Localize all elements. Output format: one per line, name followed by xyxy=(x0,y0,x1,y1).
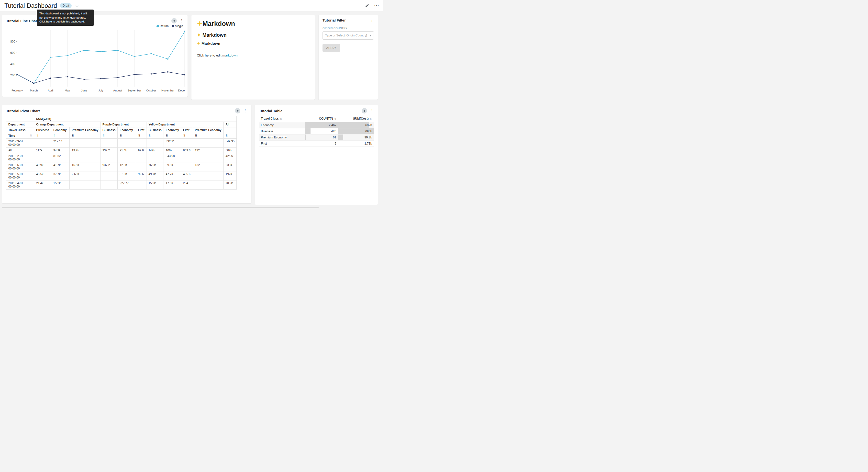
svg-text:September: September xyxy=(127,89,141,92)
pivot-cell: 92.6 xyxy=(136,171,147,180)
draft-badge[interactable]: Draft xyxy=(60,3,72,8)
kebab-menu-icon[interactable]: ⋮ xyxy=(370,109,374,113)
pivot-cell: 669.6 xyxy=(181,148,193,153)
sort-toggle-icon[interactable]: ⇅ xyxy=(30,134,32,137)
pivot-cell: 12.3k xyxy=(118,163,136,171)
legend-item[interactable]: Single xyxy=(172,25,183,28)
table-card-title: Tutorial Table xyxy=(259,109,282,113)
svg-text:200: 200 xyxy=(10,73,15,77)
table-head-row: Travel Class⇅COUNT(*)⇅SUM(Cost)⇅ xyxy=(259,115,374,122)
table-cell-sum: 1.71k xyxy=(338,141,374,147)
markdown-heading-2-text: Markdown xyxy=(203,32,227,38)
sort-active-icon[interactable]: ⇅ xyxy=(223,133,237,139)
pivot-cell xyxy=(193,139,223,148)
sort-icon[interactable]: ⇅ xyxy=(370,117,372,120)
filter-scope-icon[interactable] xyxy=(362,108,367,114)
table-row[interactable]: Premium Economy6199.8k xyxy=(259,135,374,141)
publish-tooltip[interactable]: This dashboard is not published, it will… xyxy=(37,9,94,26)
pivot-cell xyxy=(118,139,136,148)
pivot-cell xyxy=(193,180,223,189)
sort-toggle-icon[interactable]: ⇅ xyxy=(70,133,100,139)
markdown-paragraph-text: Click here to edit xyxy=(197,54,222,57)
pivot-blank-header xyxy=(223,127,237,133)
pivot-row: 2011-04-01 00:00:0021.4k15.2k927.7715.9k… xyxy=(6,180,237,189)
pivot-class-col-header: Economy xyxy=(51,127,70,133)
pivot-cell: 16.5k xyxy=(70,163,100,171)
svg-text:August: August xyxy=(113,89,122,92)
pivot-cell: 142k xyxy=(147,148,163,153)
sort-toggle-icon[interactable]: ⇅ xyxy=(34,133,51,139)
legend-label: Single xyxy=(175,25,183,28)
sort-toggle-icon[interactable]: ⇅ xyxy=(100,133,118,139)
legend-dot-icon xyxy=(156,25,159,27)
pivot-cell xyxy=(100,139,118,148)
pivot-row: 2011-06-01 00:00:0049.9k41.7k16.5k937.21… xyxy=(6,163,237,171)
svg-text:March: March xyxy=(30,89,38,92)
table-row[interactable]: First91.71k xyxy=(259,141,374,147)
line-chart-card: Tutorial Line Chart ⋮ ReturnSingle 20040… xyxy=(2,15,188,97)
legend-item[interactable]: Return xyxy=(156,25,169,28)
pivot-cell: 106k xyxy=(163,148,181,153)
markdown-heading-2: ✦Markdown xyxy=(197,32,309,38)
table-col-header[interactable]: Travel Class⇅ xyxy=(259,115,305,122)
pivot-row-label: 2011-02-01 00:00:00 xyxy=(6,153,34,163)
pivot-corner-cell xyxy=(6,116,34,122)
pivot-travel-class-header: Travel Class xyxy=(6,127,34,133)
table-cell-count: 9 xyxy=(305,141,338,147)
pivot-cell: 343.98 xyxy=(163,153,181,163)
origin-country-select[interactable]: Type or Select [Origin Country] ▾ xyxy=(322,31,374,40)
pivot-group-header: Orange Department xyxy=(34,122,100,127)
sort-toggle-icon[interactable]: ⇅ xyxy=(181,133,193,139)
kebab-menu-icon[interactable]: ⋮ xyxy=(180,19,184,23)
sort-toggle-icon[interactable]: ⇅ xyxy=(118,133,136,139)
filter-scope-icon[interactable] xyxy=(172,18,177,24)
pivot-tbody: 2011-03-01 00:00:00217.14332.21549.35All… xyxy=(6,139,237,189)
table-tbody: Economy2.46k602kBusiness420696kPremium E… xyxy=(259,122,374,147)
sparkles-icon: ✦ xyxy=(197,20,203,27)
line-chart-title: Tutorial Line Chart xyxy=(6,19,38,23)
table-cell-travel-class: First xyxy=(259,141,305,147)
pivot-cell xyxy=(70,180,100,189)
sort-toggle-icon[interactable]: ⇅ xyxy=(147,133,163,139)
pivot-cell xyxy=(181,153,193,163)
pivot-row-label: 2011-06-01 00:00:00 xyxy=(6,163,34,171)
line-chart-legend: ReturnSingle xyxy=(2,24,188,28)
result-table: Travel Class⇅COUNT(*)⇅SUM(Cost)⇅ Economy… xyxy=(259,115,374,147)
pivot-department-header: Department xyxy=(6,122,34,127)
sort-icon[interactable]: ⇅ xyxy=(280,117,282,120)
more-ellipsis-icon[interactable]: ⋯ xyxy=(374,3,379,8)
sort-toggle-icon[interactable]: ⇅ xyxy=(193,133,223,139)
line-chart-svg: 200400600800FebruaryMarchAprilMayJuneJul… xyxy=(4,28,186,94)
svg-text:June: June xyxy=(81,89,87,92)
pivot-cell xyxy=(34,139,51,148)
svg-text:May: May xyxy=(65,89,70,92)
svg-text:October: October xyxy=(146,89,156,92)
pivot-table: SUM(Cost)DepartmentOrange DepartmentPurp… xyxy=(6,116,237,189)
markdown-edit-link[interactable]: markdown xyxy=(222,54,238,57)
kebab-menu-icon[interactable]: ⋮ xyxy=(370,18,374,22)
sparkles-icon: ✦ xyxy=(197,41,200,46)
sort-toggle-icon[interactable]: ⇅ xyxy=(51,133,70,139)
sort-toggle-icon[interactable]: ⇅ xyxy=(136,133,147,139)
pivot-time-header: Time⇅ xyxy=(6,133,34,139)
pivot-class-col-header: Premium Economy xyxy=(70,127,100,133)
sort-icon[interactable]: ⇅ xyxy=(334,117,336,120)
table-col-header[interactable]: COUNT(*)⇅ xyxy=(305,115,338,122)
pivot-class-col-header: First xyxy=(136,127,147,133)
star-icon[interactable]: ☆ xyxy=(75,3,79,8)
svg-text:July: July xyxy=(98,89,103,92)
table-row[interactable]: Business420696k xyxy=(259,128,374,135)
table-col-header[interactable]: SUM(Cost)⇅ xyxy=(338,115,374,122)
pivot-cell xyxy=(136,180,147,189)
pivot-class-col-header: Premium Economy xyxy=(193,127,223,133)
table-row[interactable]: Economy2.46k602k xyxy=(259,122,374,128)
kebab-menu-icon[interactable]: ⋮ xyxy=(243,109,247,113)
apply-button[interactable]: APPLY xyxy=(322,44,340,52)
pivot-cell xyxy=(136,153,147,163)
filter-scope-icon[interactable] xyxy=(235,108,240,114)
pivot-cell: 937.2 xyxy=(100,163,118,171)
sort-toggle-icon[interactable]: ⇅ xyxy=(163,133,181,139)
pivot-group-header: Yellow Department xyxy=(147,122,223,127)
edit-pencil-icon[interactable] xyxy=(365,3,369,8)
pivot-measure-header: SUM(Cost) xyxy=(34,116,237,122)
